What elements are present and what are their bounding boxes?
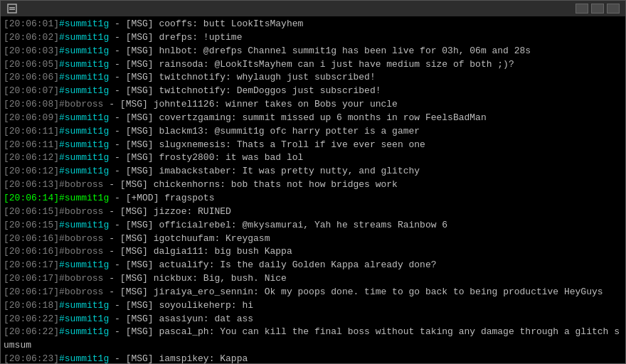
chat-line: [20:06:15]#summit1g - [MSG] officialrebe… <box>4 219 622 232</box>
timestamp: [20:06:12] <box>4 152 59 163</box>
timestamp: [20:06:13] <box>4 179 59 190</box>
username: #summit1g <box>59 259 109 270</box>
chat-line: [20:06:05]#summit1g - [MSG] rainsoda: @L… <box>4 58 622 72</box>
message-text: - [MSG] covertzgaming: summit missed up … <box>109 112 487 123</box>
message-text: - [MSG] rainsoda: @LookItsMayhem can i j… <box>109 59 514 70</box>
chat-line: [20:06:17]#bobross - [MSG] nickbux: Big,… <box>4 272 622 286</box>
timestamp: [20:06:17] <box>4 287 59 297</box>
timestamp: [20:06:02] <box>4 32 59 43</box>
username: #summit1g <box>59 193 109 203</box>
timestamp: [20:06:05] <box>4 59 59 70</box>
username: #bobross <box>59 287 103 297</box>
username: #bobross <box>59 273 103 284</box>
username: #summit1g <box>59 152 109 163</box>
username: #summit1g <box>59 220 109 230</box>
message-text: - [MSG] jiraiya_ero_sennin: Ok my poops … <box>103 287 603 297</box>
chat-line: [20:06:12]#summit1g - [MSG] frosty2800: … <box>4 151 622 165</box>
username: #summit1g <box>59 326 109 337</box>
username: #summit1g <box>59 18 109 29</box>
timestamp: [20:06:03] <box>4 46 59 56</box>
svg-rect-1 <box>9 7 15 9</box>
message-text: - [MSG] jizzoe: RUINED <box>103 206 230 217</box>
terminal-output: [20:06:01]#summit1g - [MSG] cooffs: butt… <box>1 16 625 363</box>
chat-line: [20:06:17]#bobross - [MSG] jiraiya_ero_s… <box>4 286 622 299</box>
chat-line: [20:06:22]#summit1g - [MSG] asasiyun: da… <box>4 313 622 326</box>
timestamp: [20:06:01] <box>4 18 59 29</box>
chat-line: [20:06:18]#summit1g - [MSG] soyoulikeher… <box>4 299 622 313</box>
timestamp: [20:06:07] <box>4 85 59 96</box>
message-text: - [MSG] iamspikey: Kappa <box>109 353 248 363</box>
timestamp: [20:06:11] <box>4 139 59 150</box>
timestamp: [20:06:16] <box>4 233 59 244</box>
username: #summit1g <box>59 85 109 96</box>
username: #summit1g <box>59 126 109 136</box>
message-text: - [MSG] actualify: Is the daily Golden K… <box>109 259 436 270</box>
chat-line: [20:06:14]#summit1g - [+MOD] fragspots <box>4 192 622 205</box>
chat-line: [20:06:11]#summit1g - [MSG] blackm13: @s… <box>4 125 622 139</box>
message-text: - [MSG] soyoulikeherp: hi <box>109 300 253 311</box>
message-text: - [+MOD] fragspots <box>109 193 214 203</box>
timestamp: [20:06:08] <box>4 99 59 109</box>
timestamp: [20:06:12] <box>4 166 59 176</box>
window-icon <box>6 3 18 14</box>
timestamp: [20:06:09] <box>4 112 59 123</box>
message-text: - [MSG] blackm13: @summit1g ofc harry po… <box>109 126 420 136</box>
timestamp: [20:06:15] <box>4 220 59 230</box>
message-text: - [MSG] asasiyun: dat ass <box>109 314 253 324</box>
message-text: - [MSG] slugxnemesis: Thats a Troll if i… <box>109 139 425 150</box>
timestamp: [20:06:14] <box>4 193 59 203</box>
cmd-window: [20:06:01]#summit1g - [MSG] cooffs: butt… <box>0 0 626 364</box>
timestamp: [20:06:16] <box>4 246 59 257</box>
chat-line: [20:06:08]#bobross - [MSG] johntel1126: … <box>4 98 622 112</box>
username: #summit1g <box>59 32 109 43</box>
message-text: - [MSG] officialrebel: @mkysamurai, Yah … <box>109 220 447 230</box>
message-text: - [MSG] igotchuufam: Kreygasm <box>103 233 270 244</box>
chat-line: [20:06:13]#bobross - [MSG] chickenhorns:… <box>4 178 622 192</box>
username: #summit1g <box>59 112 109 123</box>
username: #summit1g <box>59 300 109 311</box>
chat-line: [20:06:23]#summit1g - [MSG] iamspikey: K… <box>4 353 622 363</box>
chat-line: [20:06:12]#summit1g - [MSG] imabackstabe… <box>4 165 622 178</box>
username: #bobross <box>59 99 103 109</box>
svg-rect-2 <box>9 9 15 11</box>
chat-line: [20:06:01]#summit1g - [MSG] cooffs: butt… <box>4 18 622 31</box>
titlebar <box>1 1 625 16</box>
chat-line: [20:06:16]#bobross - [MSG] dalgia111: bi… <box>4 245 622 259</box>
timestamp: [20:06:23] <box>4 353 59 363</box>
username: #bobross <box>59 206 103 217</box>
username: #summit1g <box>59 139 109 150</box>
message-text: - [MSG] chickenhorns: bob thats not how … <box>103 179 397 190</box>
chat-line: [20:06:09]#summit1g - [MSG] covertzgamin… <box>4 112 622 125</box>
username: #bobross <box>59 179 103 190</box>
username: #summit1g <box>59 59 109 70</box>
close-button[interactable] <box>607 4 620 14</box>
timestamp: [20:06:22] <box>4 314 59 324</box>
chat-line: [20:06:06]#summit1g - [MSG] twitchnotify… <box>4 71 622 85</box>
message-text: - [MSG] frosty2800: it was bad lol <box>109 152 303 163</box>
chat-line: [20:06:03]#summit1g - [MSG] hnlbot: @dre… <box>4 45 622 58</box>
chat-line: [20:06:15]#bobross - [MSG] jizzoe: RUINE… <box>4 205 622 219</box>
username: #summit1g <box>59 314 109 324</box>
timestamp: [20:06:15] <box>4 206 59 217</box>
chat-line: [20:06:07]#summit1g - [MSG] twitchnotify… <box>4 85 622 98</box>
window-controls <box>575 4 620 14</box>
minimize-button[interactable] <box>575 4 588 14</box>
timestamp: [20:06:17] <box>4 273 59 284</box>
timestamp: [20:06:18] <box>4 300 59 311</box>
message-text: - [MSG] twitchnotify: whylaugh just subs… <box>109 72 375 82</box>
chat-line: [20:06:11]#summit1g - [MSG] slugxnemesis… <box>4 139 622 152</box>
username: #bobross <box>59 233 103 244</box>
message-text: - [MSG] nickbux: Big, bush. Nice <box>103 273 286 284</box>
message-text: - [MSG] hnlbot: @drefps Channel summit1g… <box>109 46 531 56</box>
username: #bobross <box>59 246 103 257</box>
chat-line: [20:06:16]#bobross - [MSG] igotchuufam: … <box>4 232 622 246</box>
username: #summit1g <box>59 353 109 363</box>
message-text: - [MSG] cooffs: butt LookItsMayhem <box>109 18 303 29</box>
svg-rect-0 <box>8 4 16 13</box>
chat-line: [20:06:22]#summit1g - [MSG] pascal_ph: Y… <box>4 326 622 353</box>
message-text: - [MSG] imabackstaber: It was pretty nut… <box>109 166 420 176</box>
timestamp: [20:06:22] <box>4 326 59 337</box>
message-text: - [MSG] twitchnotify: DemDoggos just sub… <box>109 85 381 96</box>
timestamp: [20:06:11] <box>4 126 59 136</box>
maximize-button[interactable] <box>591 4 604 14</box>
